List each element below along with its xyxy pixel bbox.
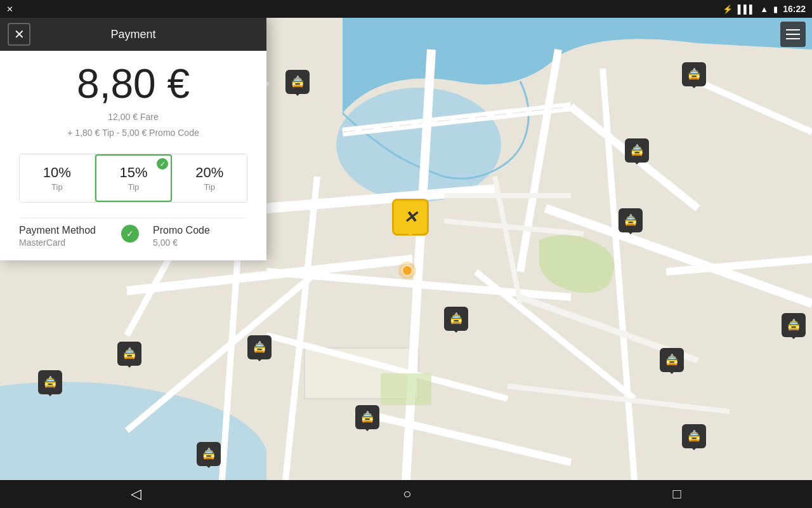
close-button[interactable]: ✕ — [8, 23, 30, 46]
taxi-pin: 🚖 — [660, 348, 684, 372]
back-icon: ◁ — [131, 486, 141, 502]
svg-rect-21 — [381, 373, 431, 405]
payment-check-icon: ✓ — [121, 225, 139, 243]
bottom-nav-bar: ◁ ○ □ — [0, 480, 812, 508]
panel-body: 8,80 € 12,00 € Fare + 1,80 € Tip - 5,00 … — [0, 51, 266, 260]
taxi-pin: 🚖 — [619, 208, 643, 232]
tip-20-label: Tip — [178, 182, 240, 192]
promo-code-section: Promo Code 5,00 € — [147, 225, 247, 248]
taxi-pin: 🚖 — [355, 405, 379, 429]
tip-15-checkmark: ✓ — [157, 158, 168, 170]
hamburger-menu-button[interactable] — [780, 22, 806, 47]
hamburger-line — [786, 34, 800, 35]
promo-code-value: 5,00 € — [153, 237, 247, 248]
tip-20-button[interactable]: 20% Tip — [172, 154, 247, 202]
status-left: ✕ — [6, 4, 13, 14]
signal-icon: ▌▌▌ — [738, 4, 756, 14]
status-right: ⚡ ▌▌▌ ▲ ▮ 16:22 — [723, 4, 806, 14]
taxi-pin: 🚖 — [38, 370, 62, 394]
hamburger-line — [786, 29, 800, 30]
fare-line-one: 12,00 € Fare — [19, 109, 247, 125]
home-icon: ○ — [403, 486, 411, 502]
recents-button[interactable]: □ — [654, 486, 700, 502]
tip-20-percent: 20% — [178, 164, 240, 181]
taxi-pin: 🚖 — [285, 70, 310, 94]
promo-code-label: Promo Code — [153, 225, 247, 236]
taxi-pin: 🚖 — [782, 313, 806, 337]
tip-10-label: Tip — [26, 182, 88, 192]
fare-line-two: + 1,80 € Tip - 5,00 € Promo Code — [19, 125, 247, 141]
svg-point-29 — [398, 262, 416, 279]
tip-15-percent: 15% — [103, 164, 165, 181]
time-display: 16:22 — [783, 4, 806, 14]
panel-header: ✕ Payment — [0, 18, 266, 51]
app-logo-pin: ✕ — [392, 199, 429, 236]
close-icon: ✕ — [14, 27, 25, 42]
tip-15-button[interactable]: ✓ 15% Tip — [95, 154, 173, 202]
taxi-pin: 🚖 — [682, 424, 706, 448]
status-bar: ✕ ⚡ ▌▌▌ ▲ ▮ 16:22 — [0, 0, 812, 18]
taxi-pin: 🚖 — [682, 62, 706, 86]
fare-amount: 8,80 € — [19, 64, 247, 104]
home-button[interactable]: ○ — [384, 486, 430, 502]
taxi-pin: 🚖 — [444, 307, 468, 331]
fare-breakdown: 12,00 € Fare + 1,80 € Tip - 5,00 € Promo… — [19, 109, 247, 141]
hamburger-line — [786, 38, 800, 39]
x-icon: ✕ — [6, 4, 13, 14]
back-button[interactable]: ◁ — [112, 486, 160, 502]
tip-15-label: Tip — [103, 182, 165, 192]
svg-point-1 — [336, 88, 501, 202]
taxi-pin: 🚖 — [247, 335, 272, 359]
payment-method-section: Payment Method MasterCard — [19, 225, 114, 248]
panel-title: Payment — [110, 28, 155, 41]
taxi-pin: 🚖 — [625, 138, 649, 163]
bluetooth-icon: ⚡ — [723, 4, 733, 14]
wifi-icon: ▲ — [760, 4, 768, 14]
taxi-pin: 🚖 — [117, 342, 141, 366]
taxi-pin: 🚖 — [197, 442, 221, 466]
payment-method-value: MasterCard — [19, 237, 114, 248]
tip-10-percent: 10% — [26, 164, 88, 181]
recents-icon: □ — [673, 486, 681, 502]
tip-10-button[interactable]: 10% Tip — [20, 154, 95, 202]
battery-icon: ▮ — [773, 4, 778, 14]
payment-method-label: Payment Method — [19, 225, 114, 236]
tip-options: 10% Tip ✓ 15% Tip 20% Tip — [19, 154, 247, 203]
payment-info-row: Payment Method MasterCard ✓ Promo Code 5… — [19, 218, 247, 248]
payment-panel: ✕ Payment 8,80 € 12,00 € Fare + 1,80 € T… — [0, 18, 266, 260]
